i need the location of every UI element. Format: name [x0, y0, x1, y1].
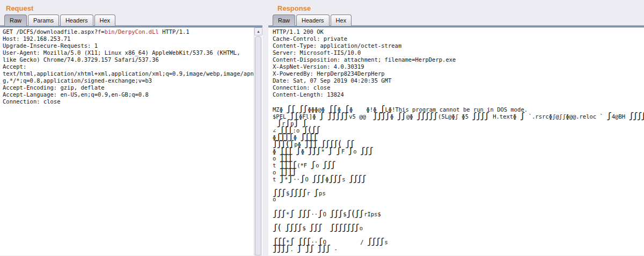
text-segment: ʃʃʃʃ	[273, 243, 289, 253]
text-line: X-AspNet-Version: 4.0.30319	[273, 63, 644, 70]
response-tab-raw[interactable]: Raw	[273, 14, 295, 26]
text-line: t ʃʃʃʃ(*F ʃo ʃʃʃ	[273, 161, 644, 168]
text-line: User-Agent: Mozilla/5.0 (X11; Linux x86_…	[3, 49, 254, 56]
text-segment: ʃ	[280, 173, 284, 184]
text-segment: ʃʃʃʃ	[349, 173, 365, 184]
text-segment: s	[342, 176, 349, 182]
request-raw-text: GET /DCFS/downloadfile.aspx?f=bin/DerpyC…	[0, 27, 254, 105]
text-segment: ʃʃʃ	[312, 173, 324, 184]
text-segment: 4@BH	[612, 113, 629, 120]
text-segment: ʃ	[606, 111, 611, 121]
tab-label: Hex	[336, 17, 347, 24]
text-segment: $	[343, 211, 346, 217]
text-segment: (*F	[297, 162, 310, 169]
request-tab-params[interactable]: Params	[28, 14, 59, 26]
text-segment: ʃ	[288, 173, 292, 184]
response-tab-hex[interactable]: Hex	[331, 14, 352, 26]
text-line: Content-Disposition: attachment; filenam…	[273, 56, 644, 63]
text-line: o	[273, 196, 644, 203]
text-line: HTTP/1.1 200 OK	[273, 28, 644, 35]
text-segment: -	[331, 246, 338, 252]
response-panel-title: Response	[268, 0, 644, 14]
text-segment: O	[323, 211, 330, 217]
text-line: GET /DCFS/downloadfile.aspx?f=bin/DerpyC…	[3, 28, 254, 35]
text-segment: @ɸ	[406, 113, 416, 120]
text-segment: ʃ	[310, 159, 314, 170]
text-segment: ʃ( ʃʃʃʃ	[273, 222, 301, 232]
text-segment: rIps	[364, 211, 377, 217]
text-line: Upgrade-Insecure-Requests: 1	[3, 42, 254, 49]
text-segment: HTTP/1.1	[159, 28, 189, 35]
scrollbar-thumb[interactable]	[255, 36, 261, 255]
text-line: ɸ ʃʃʃ ʃɸ ʃʃʃ* ʃ ʃF ʃo ʃʃʃ	[273, 147, 644, 154]
text-line: like Gecko) Chrome/74.0.3729.157 Safari/…	[3, 56, 254, 63]
text-segment: ʃʃʃʃ	[472, 111, 488, 121]
request-vertical-scrollbar[interactable]: ▲	[254, 27, 262, 255]
text-segment: ps	[319, 190, 326, 196]
text-segment: ʃʃʃ	[323, 159, 335, 170]
text-segment: ʃʃʃʃʃ	[416, 111, 437, 121]
text-line: ʃʃʃ*ʃ ʃʃʃ··ʃO ʃʃʃ$ʃ(ʃʃrIps$	[273, 210, 644, 217]
text-line: ʃ( ʃʃʃʃ$ ʃʃʃ ʃʃʃʃʃʃʃo	[273, 224, 644, 231]
tab-label: Raw	[10, 17, 21, 24]
text-line: Content-Length: 13824	[273, 91, 644, 98]
text-segment: ʃʃʃʃ	[289, 187, 306, 198]
tab-label: Params	[33, 17, 54, 24]
request-tab-raw[interactable]: Raw	[4, 14, 27, 26]
text-segment: F	[341, 148, 348, 155]
text-segment: ɸ	[301, 148, 308, 155]
text-segment: ʃ	[520, 111, 524, 121]
response-panel: Response Raw Headers Hex HTTP/1.1 200 OK…	[268, 0, 644, 256]
text-line: ∠ ʃʃʃ:o ʃ(ʃʃ	[273, 126, 644, 133]
request-panel: Request Raw Params Headers Hex GET /DCFS…	[0, 0, 262, 256]
text-segment: ʃ ʃ	[328, 145, 340, 156]
text-segment: ··	[293, 176, 300, 182]
tab-label: Raw	[278, 17, 290, 24]
text-segment: ʃ	[313, 187, 318, 198]
text-segment: `.rsrcɸʃ@ʃʃɸ@@.reloc `	[525, 113, 606, 120]
text-line: Content-Type: application/octet-stream	[273, 42, 644, 49]
text-segment: ʃ ʃʃ ʃʃʃ	[297, 243, 330, 253]
tab-label: Headers	[65, 17, 88, 24]
text-line: Connection: close	[273, 84, 644, 91]
response-text-editor[interactable]: HTTP/1.1 200 OKCache-Control: privateCon…	[268, 27, 644, 255]
request-tab-headers[interactable]: Headers	[60, 14, 93, 26]
text-segment: ʃʃʃ	[328, 173, 341, 184]
text-line: Server: Microsoft-IIS/10.0	[273, 49, 644, 56]
text-segment: (5L@ɸʃ ɸ5	[438, 113, 472, 120]
text-segment: ʃ	[318, 208, 322, 218]
request-tab-bar: Raw Params Headers Hex	[0, 14, 262, 26]
text-segment: $	[302, 225, 309, 231]
text-segment: s	[384, 239, 387, 245]
text-line: Cache-Control: private	[273, 35, 644, 42]
text-line	[273, 203, 644, 210]
text-segment: ʃʃʃʃ ʃʃ	[628, 111, 644, 121]
text-segment: $	[377, 211, 380, 217]
text-line: Host: 192.168.253.71	[3, 35, 254, 42]
text-line: ʃʃʃʃ. ʃ ʃʃ ʃʃʃ -	[273, 245, 644, 252]
response-raw-text: HTTP/1.1 200 OKCache-Control: privateCon…	[268, 27, 644, 252]
request-tab-hex[interactable]: Hex	[94, 14, 116, 26]
text-segment: ʃʃʃ ʃʃʃʃʃʃʃ	[309, 222, 358, 232]
text-segment: ʃ ʃʃʃ	[289, 208, 310, 218]
text-segment: H.textɸ	[489, 113, 520, 120]
text-line: Accept-Encoding: gzip, deflate	[3, 84, 254, 91]
text-segment: GET /DCFS/downloadfile.aspx?	[3, 28, 98, 35]
text-segment: O	[305, 176, 312, 182]
text-segment: ʃʃʃ	[330, 208, 342, 218]
response-tab-headers[interactable]: Headers	[296, 14, 330, 26]
text-line: text/html,application/xhtml+xml,applicat…	[3, 70, 254, 77]
scroll-up-arrow-icon[interactable]: ▲	[254, 27, 262, 35]
request-panel-title: Request	[0, 0, 262, 14]
text-segment: ʃʃʃʃ	[367, 236, 384, 246]
response-tab-bar: Raw Headers Hex	[268, 14, 644, 26]
request-text-editor[interactable]: GET /DCFS/downloadfile.aspx?f=bin/DerpyC…	[0, 27, 262, 255]
text-segment: r	[307, 190, 314, 196]
text-segment: o	[353, 148, 360, 155]
param-value: bin/DerpyCon.dLl	[105, 28, 159, 35]
text-segment: o	[360, 225, 363, 231]
text-segment: ʃʃ	[397, 111, 405, 121]
text-segment: ʃʃʃʃ	[373, 111, 390, 121]
text-line: Accept:	[3, 63, 254, 70]
text-line: g,*/*;q=0.8,application/signed-exchange;…	[3, 77, 254, 84]
